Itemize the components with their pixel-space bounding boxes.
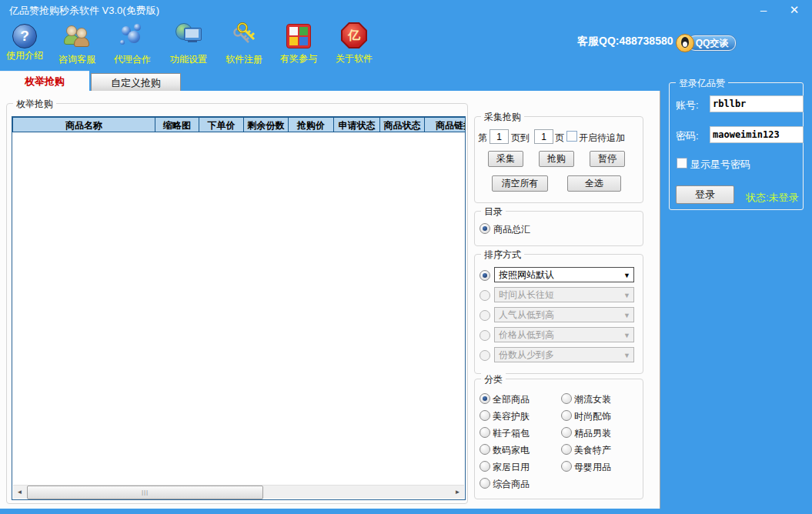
category-radio-general[interactable] — [480, 478, 490, 489]
login-button[interactable]: 登录 — [676, 185, 734, 204]
help-icon: ? — [12, 24, 37, 48]
collect-button[interactable]: 采集 — [488, 151, 523, 167]
category-groupbox: 分类 全部商品 潮流女装 美容护肤 时尚配饰 鞋子箱包 精品男装 数码家电 美食… — [474, 379, 643, 499]
sort-dropdown-popularity: 人气从低到高 ▼ — [494, 307, 634, 322]
column-header-product-link[interactable]: 商品链接 — [425, 117, 466, 132]
category-radio-label: 家居日用 — [493, 461, 530, 474]
category-radio-accessories[interactable] — [561, 410, 572, 421]
category-radio-label: 美食特产 — [574, 444, 611, 457]
buy-button[interactable]: 抢购 — [539, 151, 574, 167]
page-prefix-label: 第 — [478, 132, 487, 145]
horizontal-scrollbar[interactable]: ◄ ||| ► — [13, 485, 464, 499]
sort-dropdown-value: 时间从长往短 — [499, 289, 554, 300]
category-radio-label: 精品男装 — [574, 427, 611, 440]
toolbar-item-label: 功能设置 — [164, 53, 213, 66]
column-header-remaining[interactable]: 剩余份数 — [244, 117, 289, 132]
pause-button[interactable]: 暂停 — [590, 151, 625, 167]
sort-dropdown-price: 价格从低到高 ▼ — [494, 327, 634, 342]
title-bar: 亿品赞抢购秒杀软件 V3.0(免费版) – ✕ — [0, 0, 812, 20]
sort-radio-price[interactable] — [480, 330, 490, 341]
toolbar-item-help[interactable]: ? 使用介绍 — [0, 22, 49, 66]
qq-chat-label: QQ交谈 — [688, 35, 736, 51]
window-title: 亿品赞抢购秒杀软件 V3.0(免费版) — [9, 4, 159, 18]
sort-dropdown-value: 人气从低到高 — [499, 309, 554, 320]
category-radio-baby[interactable] — [561, 461, 572, 472]
category-radio-digital[interactable] — [480, 444, 490, 455]
scroll-right-arrow-icon[interactable]: ► — [451, 486, 464, 499]
category-radio-label: 全部商品 — [493, 393, 530, 406]
toolbar-item-label: 关于软件 — [329, 52, 379, 65]
category-radio-women-fashion[interactable] — [561, 393, 572, 404]
toolbar-item-label: 使用介绍 — [0, 49, 49, 62]
sort-dropdown-site-default[interactable]: 按照网站默认 ▼ — [494, 267, 634, 282]
category-radio-label: 数码家电 — [493, 444, 530, 457]
page-middle-label: 页到 — [511, 132, 530, 145]
column-header-thumbnail[interactable]: 缩略图 — [155, 117, 199, 132]
column-header-buy-price[interactable]: 抢购价 — [289, 117, 334, 132]
login-status-text: 状态:未登录 — [746, 191, 799, 205]
sort-radio-shares[interactable] — [480, 350, 490, 361]
product-table: 商品名称 缩略图 下单价 剩余份数 抢购价 申请状态 商品状态 商品链接 ◄ |… — [12, 116, 466, 500]
toolbar-item-agency[interactable]: 代理合作 — [108, 22, 157, 66]
chevron-down-icon: ▼ — [623, 308, 630, 322]
append-checkbox-label: 开启待追加 — [579, 132, 625, 145]
scrollbar-thumb[interactable]: ||| — [27, 486, 263, 499]
category-radio-label: 美容护肤 — [493, 410, 530, 423]
column-header-product-name[interactable]: 商品名称 — [12, 117, 155, 132]
password-input[interactable] — [710, 126, 804, 143]
close-button[interactable]: ✕ — [783, 2, 806, 18]
category-radio-household[interactable] — [480, 461, 490, 472]
catalog-radio-all-products[interactable] — [480, 223, 490, 234]
show-password-label: 显示星号密码 — [690, 158, 750, 172]
category-groupbox-title: 分类 — [481, 373, 506, 386]
sort-dropdown-shares: 份数从少到多 ▼ — [494, 347, 634, 362]
page-from-input[interactable] — [490, 129, 509, 144]
toolbar-item-register[interactable]: 软件注册 — [219, 22, 269, 66]
toolbar-item-reward[interactable]: 有奖参与 — [274, 22, 323, 66]
category-radio-shoes-bags[interactable] — [480, 427, 490, 438]
sort-dropdown-value: 按照网站默认 — [499, 269, 554, 280]
clear-all-button[interactable]: 清空所有 — [492, 175, 548, 192]
chevron-down-icon: ▼ — [623, 288, 630, 302]
category-radio-food[interactable] — [561, 444, 572, 455]
app-window: 亿品赞抢购秒杀软件 V3.0(免费版) – ✕ ? 使用介绍 咨询客服 代理合作… — [0, 0, 812, 514]
main-panel: 枚举抢购 商品名称 缩略图 下单价 剩余份数 抢购价 申请状态 商品状态 商品链… — [0, 91, 660, 509]
toolbar-item-settings[interactable]: 功能设置 — [164, 22, 213, 66]
show-password-checkbox[interactable] — [677, 158, 687, 169]
column-header-order-price[interactable]: 下单价 — [199, 117, 244, 132]
toolbar-item-customer-service[interactable]: 咨询客服 — [52, 22, 102, 66]
category-radio-beauty[interactable] — [480, 410, 490, 421]
category-radio-all[interactable] — [480, 393, 490, 404]
chevron-down-icon: ▼ — [623, 328, 630, 342]
sort-dropdown-value: 价格从低到高 — [499, 329, 554, 340]
scroll-left-arrow-icon[interactable]: ◄ — [13, 486, 26, 499]
catalog-groupbox-title: 目录 — [481, 205, 506, 219]
password-label: 密码: — [676, 129, 699, 143]
page-to-input[interactable] — [534, 129, 553, 144]
page-suffix-label: 页 — [555, 132, 564, 145]
tab-enum-purchase[interactable]: 枚举抢购 — [0, 71, 89, 92]
collect-groupbox: 采集抢购 第 页到 页 开启待追加 采集 抢购 暂停 清空所有 全选 — [474, 116, 643, 203]
category-radio-label: 时尚配饰 — [574, 410, 611, 423]
agency-icon — [119, 22, 146, 49]
select-all-button[interactable]: 全选 — [567, 175, 621, 192]
toolbar-item-about[interactable]: 亿 关于软件 — [329, 22, 379, 66]
qq-chat-button[interactable]: QQ交谈 — [676, 34, 736, 52]
column-header-product-status[interactable]: 商品状态 — [380, 117, 425, 132]
column-header-apply-status[interactable]: 申请状态 — [334, 117, 380, 132]
account-input[interactable] — [710, 95, 804, 112]
sort-radio-popularity[interactable] — [480, 310, 490, 321]
reward-icon — [286, 24, 311, 48]
category-radio-label: 鞋子箱包 — [493, 427, 530, 440]
tab-custom-purchase[interactable]: 自定义抢购 — [91, 73, 181, 92]
chevron-down-icon: ▼ — [623, 268, 630, 282]
category-radio-men-fashion[interactable] — [561, 427, 572, 438]
append-checkbox[interactable] — [566, 131, 577, 142]
sort-radio-time[interactable] — [480, 290, 490, 301]
settings-icon — [175, 22, 202, 49]
service-qq-text: 客服QQ:488738580 — [577, 35, 673, 48]
account-label: 账号: — [676, 98, 699, 112]
minimize-button[interactable]: – — [752, 2, 775, 18]
sort-dropdown-value: 份数从少到多 — [499, 349, 554, 360]
sort-radio-site-default[interactable] — [480, 270, 490, 281]
